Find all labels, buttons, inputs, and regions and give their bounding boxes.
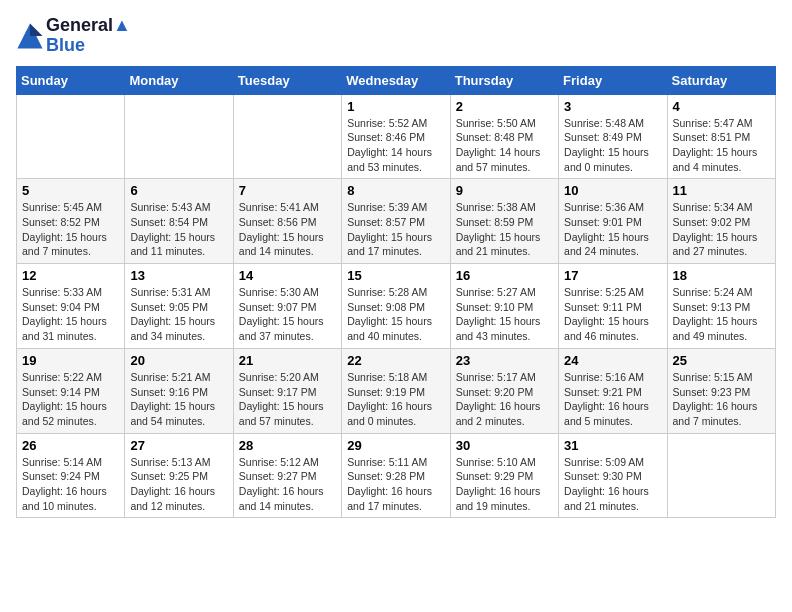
column-header-sunday: Sunday xyxy=(17,66,125,94)
day-number: 28 xyxy=(239,438,336,453)
day-info: Sunrise: 5:27 AM Sunset: 9:10 PM Dayligh… xyxy=(456,285,553,344)
day-info: Sunrise: 5:14 AM Sunset: 9:24 PM Dayligh… xyxy=(22,455,119,514)
calendar-cell: 24Sunrise: 5:16 AM Sunset: 9:21 PM Dayli… xyxy=(559,348,667,433)
day-info: Sunrise: 5:20 AM Sunset: 9:17 PM Dayligh… xyxy=(239,370,336,429)
day-info: Sunrise: 5:50 AM Sunset: 8:48 PM Dayligh… xyxy=(456,116,553,175)
column-header-monday: Monday xyxy=(125,66,233,94)
day-info: Sunrise: 5:48 AM Sunset: 8:49 PM Dayligh… xyxy=(564,116,661,175)
calendar-cell xyxy=(667,433,775,518)
calendar-cell xyxy=(17,94,125,179)
day-info: Sunrise: 5:43 AM Sunset: 8:54 PM Dayligh… xyxy=(130,200,227,259)
calendar-cell: 22Sunrise: 5:18 AM Sunset: 9:19 PM Dayli… xyxy=(342,348,450,433)
calendar-cell: 25Sunrise: 5:15 AM Sunset: 9:23 PM Dayli… xyxy=(667,348,775,433)
day-number: 14 xyxy=(239,268,336,283)
day-number: 26 xyxy=(22,438,119,453)
day-info: Sunrise: 5:24 AM Sunset: 9:13 PM Dayligh… xyxy=(673,285,770,344)
day-info: Sunrise: 5:45 AM Sunset: 8:52 PM Dayligh… xyxy=(22,200,119,259)
calendar-cell: 31Sunrise: 5:09 AM Sunset: 9:30 PM Dayli… xyxy=(559,433,667,518)
calendar-cell: 12Sunrise: 5:33 AM Sunset: 9:04 PM Dayli… xyxy=(17,264,125,349)
logo-text: General▲Blue xyxy=(46,16,131,56)
day-number: 6 xyxy=(130,183,227,198)
calendar-cell: 30Sunrise: 5:10 AM Sunset: 9:29 PM Dayli… xyxy=(450,433,558,518)
day-number: 15 xyxy=(347,268,444,283)
day-number: 30 xyxy=(456,438,553,453)
day-info: Sunrise: 5:10 AM Sunset: 9:29 PM Dayligh… xyxy=(456,455,553,514)
logo-icon xyxy=(16,22,44,50)
calendar-cell: 23Sunrise: 5:17 AM Sunset: 9:20 PM Dayli… xyxy=(450,348,558,433)
day-info: Sunrise: 5:16 AM Sunset: 9:21 PM Dayligh… xyxy=(564,370,661,429)
day-number: 29 xyxy=(347,438,444,453)
column-header-thursday: Thursday xyxy=(450,66,558,94)
column-header-saturday: Saturday xyxy=(667,66,775,94)
calendar-cell: 16Sunrise: 5:27 AM Sunset: 9:10 PM Dayli… xyxy=(450,264,558,349)
column-header-tuesday: Tuesday xyxy=(233,66,341,94)
day-info: Sunrise: 5:47 AM Sunset: 8:51 PM Dayligh… xyxy=(673,116,770,175)
day-info: Sunrise: 5:28 AM Sunset: 9:08 PM Dayligh… xyxy=(347,285,444,344)
day-info: Sunrise: 5:11 AM Sunset: 9:28 PM Dayligh… xyxy=(347,455,444,514)
day-info: Sunrise: 5:52 AM Sunset: 8:46 PM Dayligh… xyxy=(347,116,444,175)
day-number: 10 xyxy=(564,183,661,198)
calendar-cell: 28Sunrise: 5:12 AM Sunset: 9:27 PM Dayli… xyxy=(233,433,341,518)
day-number: 19 xyxy=(22,353,119,368)
calendar-cell: 1Sunrise: 5:52 AM Sunset: 8:46 PM Daylig… xyxy=(342,94,450,179)
calendar-cell: 11Sunrise: 5:34 AM Sunset: 9:02 PM Dayli… xyxy=(667,179,775,264)
calendar-cell: 14Sunrise: 5:30 AM Sunset: 9:07 PM Dayli… xyxy=(233,264,341,349)
calendar-cell: 2Sunrise: 5:50 AM Sunset: 8:48 PM Daylig… xyxy=(450,94,558,179)
calendar-cell: 18Sunrise: 5:24 AM Sunset: 9:13 PM Dayli… xyxy=(667,264,775,349)
day-info: Sunrise: 5:33 AM Sunset: 9:04 PM Dayligh… xyxy=(22,285,119,344)
day-info: Sunrise: 5:25 AM Sunset: 9:11 PM Dayligh… xyxy=(564,285,661,344)
calendar-week-3: 12Sunrise: 5:33 AM Sunset: 9:04 PM Dayli… xyxy=(17,264,776,349)
day-number: 13 xyxy=(130,268,227,283)
svg-marker-1 xyxy=(30,23,43,36)
calendar-cell: 29Sunrise: 5:11 AM Sunset: 9:28 PM Dayli… xyxy=(342,433,450,518)
logo: General▲Blue xyxy=(16,16,131,56)
day-info: Sunrise: 5:17 AM Sunset: 9:20 PM Dayligh… xyxy=(456,370,553,429)
calendar-week-2: 5Sunrise: 5:45 AM Sunset: 8:52 PM Daylig… xyxy=(17,179,776,264)
calendar-cell: 13Sunrise: 5:31 AM Sunset: 9:05 PM Dayli… xyxy=(125,264,233,349)
day-number: 9 xyxy=(456,183,553,198)
calendar-week-4: 19Sunrise: 5:22 AM Sunset: 9:14 PM Dayli… xyxy=(17,348,776,433)
calendar-table: SundayMondayTuesdayWednesdayThursdayFrid… xyxy=(16,66,776,519)
calendar-cell: 7Sunrise: 5:41 AM Sunset: 8:56 PM Daylig… xyxy=(233,179,341,264)
day-number: 7 xyxy=(239,183,336,198)
calendar-week-5: 26Sunrise: 5:14 AM Sunset: 9:24 PM Dayli… xyxy=(17,433,776,518)
calendar-week-1: 1Sunrise: 5:52 AM Sunset: 8:46 PM Daylig… xyxy=(17,94,776,179)
day-number: 1 xyxy=(347,99,444,114)
day-number: 24 xyxy=(564,353,661,368)
page-header: General▲Blue xyxy=(16,16,776,56)
day-number: 17 xyxy=(564,268,661,283)
day-info: Sunrise: 5:36 AM Sunset: 9:01 PM Dayligh… xyxy=(564,200,661,259)
day-number: 12 xyxy=(22,268,119,283)
day-number: 31 xyxy=(564,438,661,453)
day-number: 27 xyxy=(130,438,227,453)
calendar-cell: 8Sunrise: 5:39 AM Sunset: 8:57 PM Daylig… xyxy=(342,179,450,264)
day-number: 16 xyxy=(456,268,553,283)
day-info: Sunrise: 5:41 AM Sunset: 8:56 PM Dayligh… xyxy=(239,200,336,259)
day-info: Sunrise: 5:30 AM Sunset: 9:07 PM Dayligh… xyxy=(239,285,336,344)
calendar-cell xyxy=(125,94,233,179)
day-info: Sunrise: 5:15 AM Sunset: 9:23 PM Dayligh… xyxy=(673,370,770,429)
calendar-cell: 26Sunrise: 5:14 AM Sunset: 9:24 PM Dayli… xyxy=(17,433,125,518)
day-info: Sunrise: 5:09 AM Sunset: 9:30 PM Dayligh… xyxy=(564,455,661,514)
day-number: 18 xyxy=(673,268,770,283)
day-info: Sunrise: 5:38 AM Sunset: 8:59 PM Dayligh… xyxy=(456,200,553,259)
day-info: Sunrise: 5:12 AM Sunset: 9:27 PM Dayligh… xyxy=(239,455,336,514)
day-number: 21 xyxy=(239,353,336,368)
day-number: 5 xyxy=(22,183,119,198)
calendar-cell: 5Sunrise: 5:45 AM Sunset: 8:52 PM Daylig… xyxy=(17,179,125,264)
column-header-friday: Friday xyxy=(559,66,667,94)
column-header-wednesday: Wednesday xyxy=(342,66,450,94)
calendar-cell: 27Sunrise: 5:13 AM Sunset: 9:25 PM Dayli… xyxy=(125,433,233,518)
calendar-cell xyxy=(233,94,341,179)
day-number: 3 xyxy=(564,99,661,114)
day-number: 23 xyxy=(456,353,553,368)
calendar-cell: 21Sunrise: 5:20 AM Sunset: 9:17 PM Dayli… xyxy=(233,348,341,433)
day-info: Sunrise: 5:34 AM Sunset: 9:02 PM Dayligh… xyxy=(673,200,770,259)
day-number: 22 xyxy=(347,353,444,368)
calendar-cell: 17Sunrise: 5:25 AM Sunset: 9:11 PM Dayli… xyxy=(559,264,667,349)
day-number: 8 xyxy=(347,183,444,198)
day-number: 11 xyxy=(673,183,770,198)
calendar-cell: 6Sunrise: 5:43 AM Sunset: 8:54 PM Daylig… xyxy=(125,179,233,264)
day-number: 4 xyxy=(673,99,770,114)
day-info: Sunrise: 5:18 AM Sunset: 9:19 PM Dayligh… xyxy=(347,370,444,429)
